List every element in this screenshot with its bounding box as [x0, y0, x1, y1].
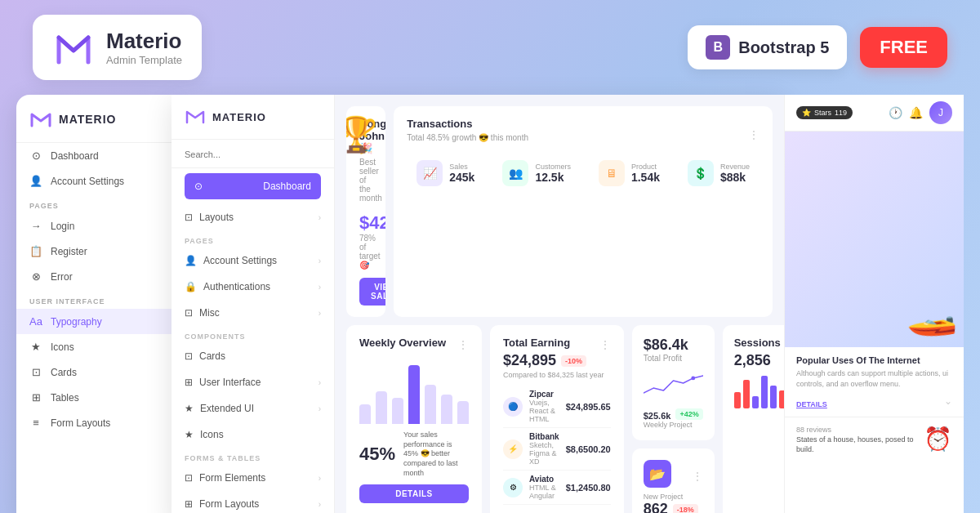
sidebar-item-dashboard[interactable]: ⊙ Dashboard: [16, 143, 172, 168]
dashboard-icon: ⊙: [29, 149, 42, 162]
sidebar-login-label: Login: [51, 221, 74, 232]
nav-header: MATERIO: [172, 95, 334, 140]
icons-icon: ★: [29, 341, 42, 353]
sidebar-item-form-layouts[interactable]: ≡ Form Layouts: [16, 410, 172, 435]
nav-search[interactable]: [172, 140, 334, 168]
aviato-sub: HTML & Angular: [529, 484, 559, 500]
nav-item-misc[interactable]: ⊡Misc ›: [172, 300, 334, 326]
bootstrap-icon: B: [706, 35, 730, 60]
sidebar-error-label: Error: [51, 271, 73, 283]
weekly-title: Weekly Overview: [359, 337, 446, 349]
session-bar-2: [743, 380, 750, 408]
details-link[interactable]: DETAILS: [796, 400, 827, 408]
expand-icon[interactable]: ⌄: [944, 395, 952, 407]
bar-1: [359, 404, 371, 424]
popular-sub: Although cards can support multiple acti…: [796, 368, 952, 389]
sidebar-item-error[interactable]: ⊗ Error: [16, 264, 172, 289]
typography-icon: Aa: [29, 315, 42, 328]
nav-account-label: Account Settings: [203, 255, 277, 266]
stat-sales: 📈 Sales 245k: [407, 152, 484, 194]
nav-item-form-elements[interactable]: ⊡Form Elements ›: [172, 465, 334, 491]
nav-logo: MATERIO: [185, 106, 266, 127]
center-panel: MATERIO ⊙ Dashboard ⊡Layouts › PAGES 👤Ac…: [172, 95, 784, 513]
customers-value: 12.5k: [535, 171, 571, 184]
project-menu[interactable]: ⋮: [692, 470, 703, 483]
nav-account-arrow: ›: [318, 256, 321, 265]
weekly-header: Weekly Overview ⋮: [359, 337, 469, 352]
weekly-details-button[interactable]: DETAILS: [359, 484, 469, 503]
nav-item-dashboard[interactable]: ⊙ Dashboard: [185, 173, 321, 199]
nav-ext-icon: ★: [185, 403, 194, 414]
sidebar-item-account[interactable]: 👤 Account Settings: [16, 168, 172, 194]
right-bottom-section: 88 reviews States of a house, houses, po…: [785, 417, 964, 462]
welcome-amount: $42.8k: [359, 212, 372, 234]
sessions-title: Sessions: [734, 337, 784, 349]
sidebar-tables-label: Tables: [51, 392, 79, 404]
sidebar-icons-label: Icons: [51, 341, 74, 353]
app-name: Materio: [106, 29, 182, 54]
nav-item-extended-ui[interactable]: ★Extended UI ›: [172, 395, 334, 422]
dashboard-content: Congratulations John! 🎉 Best seller of t…: [335, 95, 784, 513]
earning-header: Total Earning ⋮: [503, 337, 611, 352]
nav-item-layouts[interactable]: ⊡Layouts ›: [172, 204, 334, 230]
sidebar-item-login[interactable]: → Login: [16, 213, 172, 239]
sidebar-dashboard-label: Dashboard: [51, 150, 99, 162]
view-sales-button[interactable]: VIEW SALES: [359, 278, 385, 306]
welcome-subtitle: Best seller of the month: [359, 158, 372, 203]
weekly-chart: [359, 359, 469, 424]
project-label: New Project: [644, 493, 703, 501]
project-header: 📂 ⋮: [644, 460, 703, 493]
right-bottom: Popular Uses Of The Internet Although ca…: [785, 347, 964, 417]
weekly-card: Weekly Overview ⋮ 45% Your sa: [346, 325, 482, 513]
zipcar-icon: 🔵: [503, 397, 523, 417]
stat-product: 🖥 Product 1.54k: [589, 152, 670, 194]
bar-4: [408, 365, 420, 424]
nav-icons-icon: ★: [185, 429, 194, 440]
avatar[interactable]: J: [929, 101, 952, 124]
nav-cards-icon: ⊡: [185, 350, 193, 362]
search-input[interactable]: [185, 149, 321, 159]
nav-item-cards[interactable]: ⊡Cards: [172, 343, 334, 369]
nav-item-authentications[interactable]: 🔒Authentications ›: [172, 274, 334, 300]
earning-card: Total Earning ⋮ $24,895 -10% Compared to…: [490, 325, 624, 513]
welcome-target: 78% of target 🎯: [359, 234, 372, 270]
trophy-icon: 🏆: [346, 114, 377, 154]
sidebar-item-icons[interactable]: ★ Icons: [16, 334, 172, 359]
earning-menu[interactable]: ⋮: [599, 338, 611, 351]
nav-item-account-settings[interactable]: 👤Account Settings ›: [172, 248, 334, 274]
free-badge: FREE: [860, 27, 947, 68]
main-area: MATERIO ⊙ Dashboard 👤 Account Settings P…: [0, 95, 980, 513]
nav-components-label: COMPONENTS: [172, 326, 334, 343]
nav-item-form-layouts[interactable]: ⊞Form Layouts ›: [172, 491, 334, 513]
sidebar-item-typography[interactable]: Aa Typography: [16, 309, 172, 334]
bar-7: [457, 401, 469, 424]
sidebar-item-cards[interactable]: ⊡ Cards: [16, 359, 172, 385]
session-bar-4: [761, 376, 768, 408]
zipcar-sub: Vuejs, React & HTML: [529, 399, 559, 423]
transactions-card: Transactions Total 48.5% growth 😎 this m…: [394, 106, 773, 317]
nav-pages-label: PAGES: [172, 230, 334, 248]
profit-card: $86.4k Total Profit $25.6k +42%: [632, 325, 715, 440]
nav-layouts-icon: ⊡: [185, 212, 193, 223]
nav-account-icon: 👤: [185, 255, 197, 266]
aviato-icon: ⚙: [503, 478, 523, 497]
bitbank-amount: $8,6500.20: [566, 444, 611, 454]
transactions-menu[interactable]: ⋮: [748, 128, 760, 141]
profit-sub-amount: $25.6k: [644, 411, 671, 421]
nav-auth-icon: 🔒: [185, 281, 197, 292]
sidebar-item-tables[interactable]: ⊞ Tables: [16, 385, 172, 410]
sidebar-brand: MATERIO: [59, 113, 117, 126]
earning-change: -10%: [561, 355, 586, 367]
weekly-menu[interactable]: ⋮: [457, 338, 469, 351]
clock-emoji: ⏰: [924, 426, 952, 452]
sessions-value: 2,856: [734, 352, 784, 369]
profit-amount: $86.4k: [644, 337, 688, 354]
nav-forms-label: FORMS & TABLES: [172, 448, 334, 465]
nav-cards-label: Cards: [199, 350, 225, 362]
nav-item-icons[interactable]: ★Icons: [172, 422, 334, 448]
nav-item-user-interface[interactable]: ⊞User Interface ›: [172, 369, 334, 395]
product-label: Product: [631, 163, 660, 171]
nav-ui-icon: ⊞: [185, 377, 193, 388]
sidebar-item-register[interactable]: 📋 Register: [16, 239, 172, 264]
sidebar-account-label: Account Settings: [51, 176, 124, 187]
